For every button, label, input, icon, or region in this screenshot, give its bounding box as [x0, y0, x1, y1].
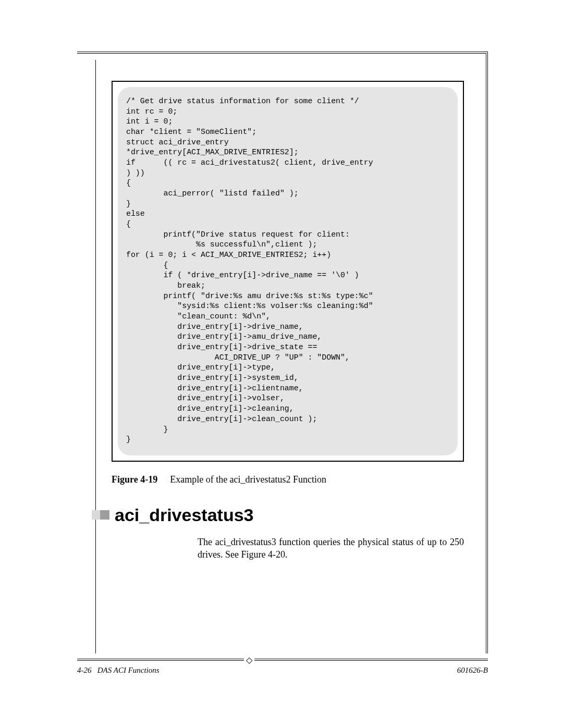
- footer-chapter-title: DAS ACI Functions: [97, 666, 160, 674]
- figure-caption-text: Example of the aci_drivestatus2 Function: [170, 474, 326, 485]
- section-heading-row: aci_drivestatus3: [92, 505, 464, 525]
- footer-ornament-icon: ◇: [244, 655, 254, 665]
- section-title: aci_drivestatus3: [115, 505, 254, 525]
- code-figure-frame: /* Get drive status information for some…: [112, 81, 464, 462]
- figure-label: Figure 4-19: [112, 474, 157, 485]
- code-block: /* Get drive status information for some…: [118, 87, 458, 455]
- figure-caption: Figure 4-19Example of the aci_drivestatu…: [112, 474, 464, 485]
- footer-doc-id: 601626-B: [457, 666, 488, 675]
- section-bullet-dark-icon: [100, 510, 109, 520]
- outer-border: /* Get drive status information for some…: [77, 52, 488, 653]
- footer-page-number: 4-26: [77, 666, 92, 674]
- section-body: The aci_drivestatus3 function queries th…: [198, 536, 464, 561]
- page-footer: ◇ 4-26 DAS ACI Functions 601626-B: [77, 659, 488, 675]
- page-frame: /* Get drive status information for some…: [77, 52, 488, 653]
- content-column: /* Get drive status information for some…: [95, 60, 480, 653]
- footer-rule: ◇: [77, 659, 488, 664]
- footer-left: 4-26 DAS ACI Functions: [77, 666, 160, 675]
- code-listing: /* Get drive status information for some…: [126, 96, 449, 445]
